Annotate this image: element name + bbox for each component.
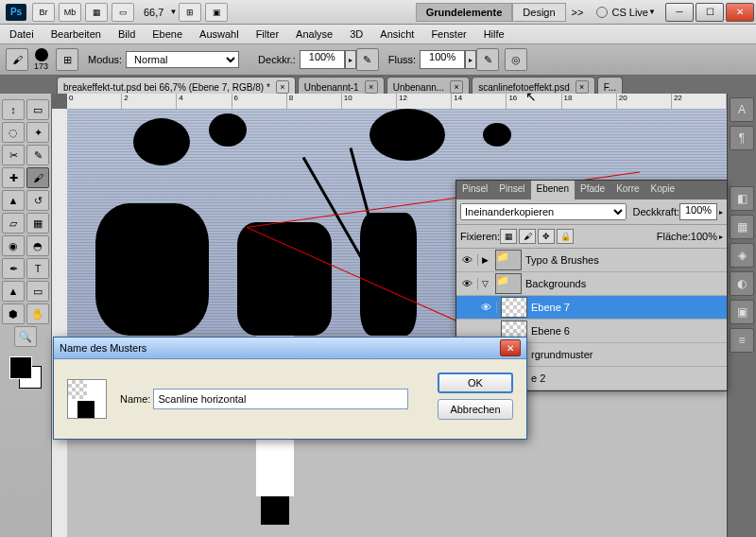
pen-tool[interactable]: ✒ (2, 258, 25, 279)
swatches-panel-icon[interactable]: ▦ (730, 215, 754, 239)
minimize-button[interactable]: ─ (665, 3, 694, 22)
eyedrop-tool[interactable]: ✎ (26, 145, 49, 165)
arrange-button[interactable]: ⊞ (179, 3, 201, 22)
screen-mode-button[interactable]: ▭ (112, 3, 134, 22)
fill-arrow-icon[interactable]: ▸ (719, 233, 723, 241)
visibility-icon[interactable]: 👁 (456, 278, 478, 289)
layer-row-group-typo[interactable]: 👁 ▶ 📁 Typo & Brushes (456, 249, 727, 272)
lock-transparent-icon[interactable]: ▦ (500, 229, 517, 244)
shape-tool[interactable]: ▭ (26, 281, 49, 302)
bridge-button[interactable]: Br (32, 3, 55, 22)
menu-3d[interactable]: 3D (350, 28, 363, 40)
path-select-tool[interactable]: ▲ (2, 281, 25, 302)
styles-panel-icon[interactable]: ◈ (730, 243, 754, 268)
menu-fenster[interactable]: Fenster (431, 28, 466, 40)
pattern-name-input[interactable] (153, 389, 408, 409)
folder-icon: 📁 (495, 250, 522, 270)
blur-tool[interactable]: ◉ (2, 235, 25, 256)
workspace-expand[interactable]: >> (572, 7, 584, 18)
menu-hilfe[interactable]: Hilfe (484, 28, 505, 40)
view-extras-button[interactable]: ▦ (85, 3, 108, 22)
dodge-tool[interactable]: ◓ (26, 235, 49, 256)
wand-tool[interactable]: ✦ (26, 122, 49, 143)
tablet-size-button[interactable]: ◎ (505, 48, 527, 71)
gradient-tool[interactable]: ▦ (26, 213, 49, 234)
layers-panel-icon[interactable]: ≡ (730, 328, 754, 353)
menu-ebene[interactable]: Ebene (152, 28, 182, 40)
menu-datei[interactable]: Datei (9, 28, 34, 40)
tab-pfade[interactable]: Pfade (575, 181, 610, 199)
brush-preview[interactable]: 173 (34, 48, 48, 71)
cancel-button[interactable]: Abbrechen (438, 399, 513, 420)
eraser-tool[interactable]: ▱ (2, 213, 25, 234)
flow-arrow-icon[interactable]: ▸ (465, 50, 476, 69)
layer-opacity-input[interactable]: 100% (679, 203, 717, 220)
zoom-level[interactable]: 66,7 (144, 7, 163, 18)
type-panel-icon[interactable]: A (730, 97, 754, 122)
menu-ansicht[interactable]: Ansicht (380, 28, 414, 40)
lock-paint-icon[interactable]: 🖌 (519, 229, 536, 244)
color-swatches[interactable] (9, 356, 42, 389)
blend-mode-select[interactable]: Normal (126, 51, 239, 68)
screen-button[interactable]: ▣ (205, 3, 228, 22)
history-brush-tool[interactable]: ↺ (26, 190, 49, 211)
opacity-arrow-icon[interactable]: ▸ (719, 208, 723, 217)
flow-input[interactable]: 100% (420, 50, 465, 69)
tab-pinsel2[interactable]: Pinsel (493, 181, 530, 199)
collapse-icon[interactable]: ▽ (478, 279, 491, 288)
stamp-tool[interactable]: ▲ (2, 190, 25, 211)
3d-tool[interactable]: ⬢ (2, 303, 25, 324)
lock-move-icon[interactable]: ✥ (538, 229, 555, 244)
workspace-grundelemente[interactable]: Grundelemente (416, 3, 513, 22)
type-tool[interactable]: T (26, 258, 49, 279)
lock-all-icon[interactable]: 🔒 (557, 229, 574, 244)
layer-row-group-backgrounds[interactable]: 👁 ▽ 📁 Backgrounds (456, 272, 727, 296)
adjustments-panel-icon[interactable]: ◐ (730, 271, 754, 296)
tab-korrekturen[interactable]: Korre (610, 181, 644, 199)
close-tab-icon[interactable]: × (450, 80, 463, 94)
menu-filter[interactable]: Filter (256, 28, 279, 40)
maximize-button[interactable]: ☐ (696, 3, 724, 22)
zoom-tool[interactable]: 🔍 (14, 326, 37, 347)
tab-kopie[interactable]: Kopie (645, 181, 681, 199)
close-button[interactable]: ✕ (726, 3, 754, 22)
menu-analyse[interactable]: Analyse (296, 28, 333, 40)
cslive-button[interactable]: CS Live▼ (596, 7, 658, 18)
tab-pinsel[interactable]: Pinsel (456, 181, 493, 199)
dialog-close-icon[interactable]: ✕ (500, 339, 521, 356)
menu-auswahl[interactable]: Auswahl (199, 28, 239, 40)
expand-icon[interactable]: ▶ (478, 255, 491, 265)
opacity-input[interactable]: 100% (300, 50, 345, 69)
brush-panel-button[interactable]: ⊞ (56, 48, 78, 71)
layer-blend-select[interactable]: Ineinanderkopieren (460, 203, 627, 220)
brush-tool[interactable]: 🖌 (26, 167, 49, 188)
lasso-tool[interactable]: ◌ (2, 122, 25, 143)
crop-tool[interactable]: ✂ (2, 145, 25, 165)
menu-bearbeiten[interactable]: Bearbeiten (51, 28, 101, 40)
close-tab-icon[interactable]: × (276, 80, 289, 94)
move-tool[interactable]: ↕ (2, 99, 25, 120)
fill-input[interactable]: 100% (691, 231, 717, 242)
opacity-arrow-icon[interactable]: ▸ (345, 50, 356, 69)
visibility-icon[interactable]: 👁 (456, 254, 478, 266)
layer-thumb (501, 297, 527, 318)
masks-panel-icon[interactable]: ▣ (730, 300, 754, 324)
color-panel-icon[interactable]: ◧ (730, 186, 754, 211)
heal-tool[interactable]: ✚ (2, 167, 25, 188)
airbrush-button[interactable]: ✎ (476, 48, 499, 71)
workspace-design[interactable]: Design (512, 3, 565, 22)
hand-tool[interactable]: ✋ (26, 303, 49, 324)
zoom-dropdown-icon[interactable]: ▼ (169, 8, 179, 16)
menu-bild[interactable]: Bild (118, 28, 135, 40)
visibility-icon[interactable]: 👁 (475, 302, 497, 313)
close-tab-icon[interactable]: × (365, 80, 378, 94)
tab-ebenen[interactable]: Ebenen (531, 181, 575, 199)
layer-row-ebene7[interactable]: 👁 Ebene 7 (456, 296, 727, 320)
tablet-opacity-button[interactable]: ✎ (356, 48, 379, 71)
ok-button[interactable]: OK (438, 372, 513, 393)
close-tab-icon[interactable]: × (576, 80, 589, 94)
minibridge-button[interactable]: Mb (59, 3, 81, 22)
marquee-tool[interactable]: ▭ (26, 99, 49, 120)
paragraph-panel-icon[interactable]: ¶ (730, 126, 754, 150)
tool-preset-icon[interactable]: 🖌 (6, 48, 28, 71)
